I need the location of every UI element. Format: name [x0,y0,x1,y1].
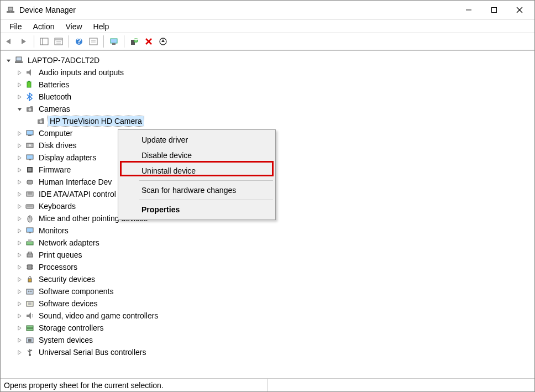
uninstall-button[interactable] [142,35,155,48]
ctx-update-driver[interactable]: Update driver [119,132,274,148]
chevron-right-icon[interactable] [15,299,24,308]
tree-label[interactable]: Universal Serial Bus controllers [37,347,148,357]
tree-label[interactable]: Network adapters [37,238,101,248]
tree-label[interactable]: HP TrueVision HD Camera [48,116,144,126]
bluetooth-icon [25,92,35,102]
usb-icon [25,347,35,357]
ctx-properties[interactable]: Properties [119,202,274,217]
tree-item-audio[interactable]: Audio inputs and outputs [3,66,532,79]
tree-item-cpu[interactable]: Processors [3,261,532,273]
help-button[interactable]: ? [72,35,86,48]
tree-label[interactable]: Human Interface Dev [37,177,113,187]
chevron-down-icon[interactable] [4,56,13,65]
chevron-right-icon[interactable] [15,263,24,271]
ide-icon [25,189,35,199]
show-hide-tree-button[interactable] [38,35,51,48]
svg-marker-34 [18,82,20,86]
tree-label[interactable]: Audio inputs and outputs [37,67,125,77]
tree-label[interactable]: Sound, video and game controllers [37,311,160,321]
chevron-down-icon[interactable] [15,104,24,113]
svg-marker-102 [18,350,20,354]
chevron-right-icon[interactable] [15,275,24,284]
ctx-scan-hardware[interactable]: Scan for hardware changes [119,182,274,198]
ctx-disable-device[interactable]: Disable device [119,148,274,163]
tree-item-security[interactable]: Security devices [3,273,532,285]
tree-item-usb[interactable]: Universal Serial Bus controllers [3,346,532,358]
chevron-right-icon[interactable] [15,177,24,186]
tree-label[interactable]: IDE ATA/ATAPI control [37,189,118,199]
maximize-button[interactable] [481,1,507,19]
forward-button[interactable] [17,35,30,48]
tree-item-bluetooth[interactable]: Bluetooth [3,91,532,103]
svg-rect-47 [28,135,32,136]
chevron-right-icon[interactable] [15,190,24,198]
tree-label[interactable]: Monitors [37,226,70,236]
chevron-right-icon[interactable] [15,202,24,211]
tree-item-camera[interactable]: Cameras [3,103,532,115]
tree-item-battery[interactable]: Batteries [3,79,532,91]
add-legacy-button[interactable]: + [128,35,141,48]
chevron-right-icon[interactable] [15,153,24,162]
properties-button[interactable] [52,35,65,48]
chevron-right-icon[interactable] [15,336,24,344]
svg-marker-94 [18,313,20,317]
tree-item-sw-comp[interactable]: Software components [3,285,532,297]
update-driver-button[interactable] [156,35,170,48]
tree-label[interactable]: Print queues [37,250,84,260]
tree-label[interactable]: Software devices [37,299,99,309]
chevron-right-icon[interactable] [15,226,24,235]
minimize-button[interactable] [456,1,481,19]
chevron-right-icon[interactable] [15,68,24,77]
tree-item-sw-dev[interactable]: Software devices [3,297,532,310]
chevron-right-icon[interactable] [15,141,24,150]
tree-label[interactable]: Display adapters [37,153,98,163]
menu-action[interactable]: Action [28,21,60,32]
tree-label[interactable]: Software components [37,286,115,296]
svg-marker-96 [18,326,20,330]
menu-help[interactable]: Help [88,21,115,32]
tree-item-monitor[interactable]: Monitors [3,224,532,237]
scan-hardware-button[interactable] [107,35,120,48]
svg-marker-85 [18,277,20,281]
close-button[interactable] [507,1,532,19]
tree-label[interactable]: LAPTOP-7ADCLT2D [26,55,101,65]
tree-label[interactable]: System devices [37,335,95,345]
chevron-right-icon[interactable] [15,287,24,296]
chevron-right-icon[interactable] [15,323,24,332]
chevron-right-icon[interactable] [15,348,24,357]
back-button[interactable] [3,35,16,48]
tree-label[interactable]: Firmware [37,165,72,175]
tree-label[interactable]: Disk drives [37,140,78,150]
chevron-right-icon[interactable] [15,250,24,259]
tree-label[interactable]: Batteries [37,80,71,90]
chevron-right-icon[interactable] [15,214,24,223]
tree-item-system[interactable]: System devices [3,334,532,346]
tree-label[interactable]: Keyboards [37,201,77,211]
sw-dev-icon [25,299,35,309]
ctx-uninstall-device[interactable]: Uninstall device [119,163,274,179]
svg-rect-101 [28,339,32,342]
tree-label[interactable]: Bluetooth [37,92,73,102]
chevron-right-icon[interactable] [15,311,24,320]
menu-file[interactable]: File [4,21,28,32]
tree-child-camera[interactable]: HP TrueVision HD Camera [3,115,532,127]
svg-rect-72 [29,232,31,233]
tree-label[interactable]: Cameras [37,104,72,114]
tree-item-print[interactable]: Print queues [3,249,532,261]
tree-root[interactable]: LAPTOP-7ADCLT2D [3,54,532,66]
tree-label[interactable]: Computer [37,128,74,138]
menubar: File Action View Help [1,19,534,33]
chevron-right-icon[interactable] [15,238,24,247]
chevron-right-icon[interactable] [15,129,24,138]
tree-item-sound[interactable]: Sound, video and game controllers [3,310,532,322]
tree-item-network[interactable]: Network adapters [3,237,532,249]
tree-label[interactable]: Processors [37,262,79,272]
tree-item-storage[interactable]: Storage controllers [3,322,532,334]
chevron-right-icon[interactable] [15,165,24,174]
action-button[interactable] [87,35,100,48]
tree-label[interactable]: Security devices [37,274,97,284]
chevron-right-icon[interactable] [15,92,24,101]
tree-label[interactable]: Storage controllers [37,323,106,333]
menu-view[interactable]: View [60,21,87,32]
chevron-right-icon[interactable] [15,80,24,89]
